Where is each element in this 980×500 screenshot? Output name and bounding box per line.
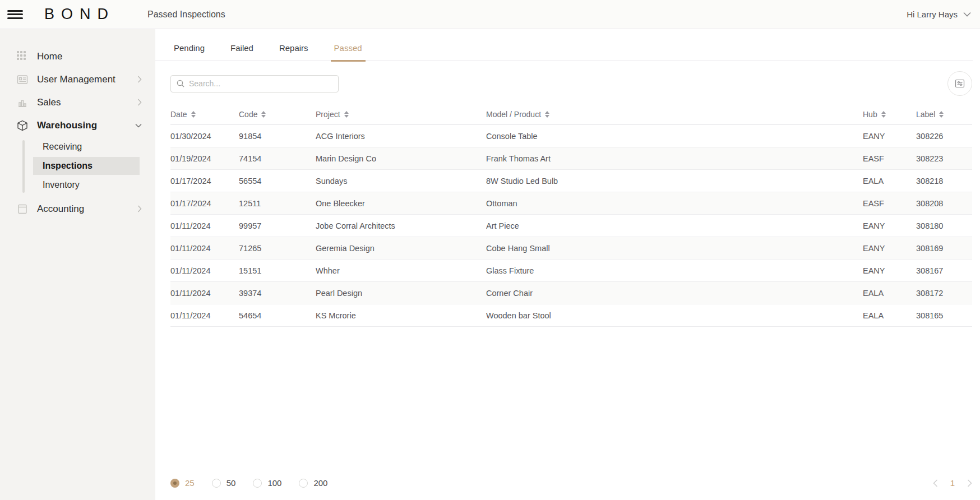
cell-hub: EASF (863, 199, 916, 208)
cell-hub: EALA (863, 177, 916, 186)
cell-project: Jobe Corral Architects (316, 221, 486, 230)
cell-hub: EANY (863, 221, 916, 230)
cell-project: Whher (316, 266, 486, 275)
cell-code: 74154 (239, 154, 316, 163)
sidebar-item-accounting[interactable]: Accounting (0, 197, 155, 220)
cell-code: 99957 (239, 221, 316, 230)
cell-model-product: Cobe Hang Small (486, 244, 863, 253)
user-menu[interactable]: Hi Larry Hays (907, 10, 971, 19)
cell-model-product: 8W Studio Led Bulb (486, 177, 863, 186)
table-row[interactable]: 01/17/2024 12511 One Bleecker Ottoman EA… (170, 192, 972, 215)
sidebar-item-label: Inspections (43, 161, 93, 170)
column-header-hub[interactable]: Hub (863, 110, 916, 119)
sliders-icon (955, 78, 965, 89)
radio-icon (170, 479, 179, 488)
sidebar-item-user-management[interactable]: User Management (0, 68, 155, 91)
warehousing-submenu: Receiving Inspections Inventory (0, 137, 155, 197)
column-header-code[interactable]: Code (239, 110, 316, 119)
column-header-label[interactable]: Label (916, 110, 972, 119)
cell-hub: EALA (863, 311, 916, 320)
current-page-number[interactable]: 1 (950, 478, 955, 488)
sidebar-item-receiving[interactable]: Receiving (33, 138, 140, 156)
hamburger-menu-icon[interactable] (7, 10, 23, 19)
cell-label: 308208 (916, 199, 972, 208)
cell-hub: EANY (863, 244, 916, 253)
table-row[interactable]: 01/11/2024 71265 Geremia Design Cobe Han… (170, 237, 972, 260)
table-row[interactable]: 01/11/2024 15151 Whher Glass Fixture EAN… (170, 260, 972, 282)
sidebar-item-home[interactable]: Home (0, 45, 155, 68)
sidebar-item-inspections[interactable]: Inspections (33, 157, 140, 175)
table-toolbar (155, 61, 980, 104)
cell-date: 01/17/2024 (170, 177, 239, 186)
cell-code: 15151 (239, 266, 316, 275)
sidebar-item-inventory[interactable]: Inventory (33, 176, 140, 194)
sidebar-item-label: Inventory (43, 180, 80, 189)
radio-icon (299, 479, 308, 488)
radio-icon (253, 479, 262, 488)
cell-model-product: Ottoman (486, 199, 863, 208)
page-size-50[interactable]: 50 (212, 478, 236, 488)
search-box (170, 75, 339, 92)
table-row[interactable]: 01/11/2024 54654 KS Mcrorie Wooden bar S… (170, 304, 972, 327)
cell-code: 56554 (239, 177, 316, 186)
cell-label: 308218 (916, 177, 972, 186)
table-row[interactable]: 01/11/2024 39374 Pearl Design Corner Cha… (170, 282, 972, 304)
cell-model-product: Wooden bar Stool (486, 311, 863, 320)
ledger-icon (17, 203, 28, 215)
sort-icon (881, 111, 886, 118)
table-row[interactable]: 01/30/2024 91854 ACG Interiors Console T… (170, 125, 972, 147)
sidebar-item-label: Warehousing (37, 120, 97, 131)
cell-project: KS Mcrorie (316, 311, 486, 320)
column-header-date[interactable]: Date (170, 110, 239, 119)
sidebar-item-label: Home (37, 51, 62, 62)
cell-project: Sundays (316, 177, 486, 186)
cell-date: 01/11/2024 (170, 244, 239, 253)
sidebar-item-warehousing[interactable]: Warehousing (0, 114, 155, 137)
next-page-button[interactable] (967, 479, 972, 487)
page-size-100[interactable]: 100 (253, 478, 281, 488)
cell-project: One Bleecker (316, 199, 486, 208)
cell-model-product: Glass Fixture (486, 266, 863, 275)
search-icon (177, 80, 184, 87)
previous-page-button[interactable] (933, 479, 938, 487)
cell-project: Marin Design Co (316, 154, 486, 163)
cell-date: 01/30/2024 (170, 132, 239, 141)
cell-hub: EANY (863, 266, 916, 275)
tab-repairs[interactable]: Repairs (276, 43, 312, 62)
cell-project: Pearl Design (316, 289, 486, 298)
column-settings-button[interactable] (947, 71, 972, 96)
tab-pending[interactable]: Pending (170, 43, 208, 62)
page-navigation: 1 (933, 478, 972, 488)
sort-icon (939, 111, 944, 118)
page-size-200[interactable]: 200 (299, 478, 327, 488)
cell-date: 01/17/2024 (170, 199, 239, 208)
sidebar-item-label: Sales (37, 97, 61, 108)
cell-date: 01/11/2024 (170, 221, 239, 230)
tab-passed[interactable]: Passed (331, 43, 366, 62)
cell-date: 01/11/2024 (170, 266, 239, 275)
sort-icon (261, 111, 266, 118)
top-header: BOND Passed Inspections Hi Larry Hays (0, 0, 980, 29)
brand-logo: BOND (44, 6, 115, 23)
sort-icon (344, 111, 349, 118)
table-row[interactable]: 01/17/2024 56554 Sundays 8W Studio Led B… (170, 170, 972, 192)
table-row[interactable]: 01/11/2024 99957 Jobe Corral Architects … (170, 215, 972, 237)
bar-chart-icon (17, 97, 28, 108)
sidebar-item-label: User Management (37, 74, 115, 85)
cell-hub: EANY (863, 132, 916, 141)
cell-code: 12511 (239, 199, 316, 208)
column-header-project[interactable]: Project (316, 110, 486, 119)
cell-label: 308180 (916, 221, 972, 230)
table-row[interactable]: 01/19/2024 74154 Marin Design Co Frank T… (170, 147, 972, 170)
sidebar-item-sales[interactable]: Sales (0, 91, 155, 114)
cell-code: 39374 (239, 289, 316, 298)
search-input[interactable] (189, 79, 332, 88)
tab-failed[interactable]: Failed (227, 43, 257, 62)
column-header-model-product[interactable]: Model / Product (486, 110, 863, 119)
table-header-row: Date Code Project Model / Product Hub La… (170, 104, 972, 125)
cell-date: 01/11/2024 (170, 311, 239, 320)
page-size-25[interactable]: 25 (170, 478, 195, 488)
radio-icon (212, 479, 221, 488)
chevron-down-icon (963, 12, 971, 17)
cell-date: 01/19/2024 (170, 154, 239, 163)
